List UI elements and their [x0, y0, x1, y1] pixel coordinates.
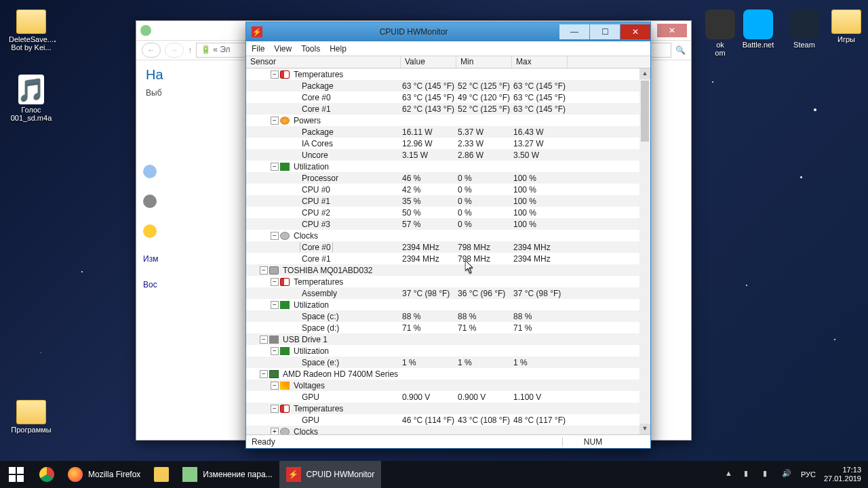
- tree-row[interactable]: CPU #357 %0 %100 %: [246, 218, 650, 230]
- menu-help[interactable]: Help: [330, 44, 347, 54]
- bgwin-side-item[interactable]: [136, 216, 258, 246]
- tray-up-icon[interactable]: ▲: [725, 469, 736, 480]
- tree-row[interactable]: Space (e:)1 %1 %1 %: [246, 357, 650, 368]
- temp-icon: [280, 70, 290, 79]
- globe-icon: [143, 195, 157, 208]
- expand-toggle[interactable]: −: [260, 266, 268, 274]
- bgwin-close-button[interactable]: ✕: [657, 24, 687, 37]
- search-icon[interactable]: 🔍: [675, 45, 686, 55]
- taskbar-item-firefox[interactable]: Mozilla Firefox: [61, 461, 147, 488]
- tray-network-icon[interactable]: ▮: [763, 469, 774, 480]
- taskbar-item-hw[interactable]: ⚡CPUID HWMonitor: [279, 461, 382, 488]
- bgwin-side-item[interactable]: [136, 186, 258, 216]
- tray-volume-icon[interactable]: 🔊: [782, 469, 793, 480]
- tree-row[interactable]: Package63 °C (145 °F)52 °C (125 °F)63 °C…: [246, 80, 650, 92]
- taskbar-chrome[interactable]: [33, 461, 61, 488]
- tree-row[interactable]: CPU #135 %0 %100 %: [246, 195, 650, 207]
- tree-row[interactable]: Core #12394 MHz798 MHz2394 MHz: [246, 253, 650, 264]
- col-value[interactable]: Value: [401, 56, 456, 68]
- scroll-down-button[interactable]: ▼: [639, 424, 650, 434]
- tree-group-powers[interactable]: −Powers: [246, 115, 650, 126]
- tree-row[interactable]: GPU46 °C (114 °F)43 °C (108 °F)48 °C (11…: [246, 414, 650, 426]
- cell-v: 3.15 W: [401, 150, 456, 160]
- menu-file[interactable]: File: [252, 44, 264, 54]
- sensor-tree[interactable]: −TemperaturesPackage63 °C (145 °F)52 °C …: [246, 68, 650, 434]
- bgwin-side-item[interactable]: Изм: [136, 246, 258, 272]
- tree-group-amd-radeon-hd-7400m-series[interactable]: −AMD Radeon HD 7400M Series: [246, 368, 650, 380]
- row-label: Voltages: [292, 381, 326, 390]
- expand-toggle[interactable]: −: [271, 382, 279, 390]
- tree-row[interactable]: Core #02394 MHz798 MHz2394 MHz: [246, 241, 650, 253]
- start-button[interactable]: [0, 461, 33, 488]
- expand-toggle[interactable]: −: [260, 336, 268, 344]
- expand-toggle[interactable]: −: [271, 232, 279, 240]
- menu-tools[interactable]: Tools: [301, 44, 320, 54]
- tree-row[interactable]: Processor46 %0 %100 %: [246, 172, 650, 184]
- scroll-thumb[interactable]: [641, 81, 649, 142]
- cell-v: 62 °C (143 °F): [401, 104, 456, 114]
- nav-back-button[interactable]: ←: [142, 43, 161, 58]
- tree-group-voltages[interactable]: −Voltages: [246, 380, 650, 391]
- tree-row[interactable]: Core #162 °C (143 °F)52 °C (125 °F)63 °C…: [246, 103, 650, 115]
- menu-view[interactable]: View: [274, 44, 292, 54]
- tray-language[interactable]: РУС: [801, 470, 816, 479]
- expand-toggle[interactable]: +: [271, 428, 279, 435]
- cell-mn: 798 MHz: [456, 254, 512, 264]
- scroll-up-button[interactable]: ▲: [639, 68, 650, 79]
- tree-row[interactable]: Core #063 °C (145 °F)49 °C (120 °F)63 °C…: [246, 92, 650, 103]
- expand-toggle[interactable]: −: [271, 163, 279, 171]
- expand-toggle[interactable]: −: [271, 278, 279, 286]
- desktop-icon[interactable]: Программы: [5, 400, 57, 434]
- col-min[interactable]: Min: [456, 56, 512, 68]
- minimize-button[interactable]: —: [559, 24, 589, 39]
- taskbar-item-control[interactable]: Изменение пара...: [176, 461, 279, 488]
- disk-icon: [269, 266, 279, 274]
- row-label: Package: [300, 81, 335, 91]
- col-max[interactable]: Max: [512, 56, 568, 68]
- nav-forward-button[interactable]: →: [165, 43, 184, 58]
- tree-group-temperatures[interactable]: −Temperatures: [246, 403, 650, 414]
- desktop-icon[interactable]: DeleteSave... Bot by Kei...: [5, 9, 57, 52]
- expand-toggle[interactable]: −: [271, 347, 279, 355]
- cell-mn: 2.86 W: [456, 150, 512, 160]
- bgwin-side-item[interactable]: Вос: [136, 272, 258, 298]
- nav-up-button[interactable]: ↑: [188, 45, 192, 55]
- tree-group-utilization[interactable]: −Utilization: [246, 161, 650, 172]
- vertical-scrollbar[interactable]: ▲ ▼: [639, 68, 650, 434]
- tree-row[interactable]: Package16.11 W5.37 W16.43 W: [246, 126, 650, 138]
- folder-icon: [16, 400, 46, 424]
- tree-row[interactable]: GPU0.900 V0.900 V1.100 V: [246, 391, 650, 403]
- desktop-icon[interactable]: 🎵Голос 001_sd.m4a: [5, 75, 57, 122]
- bgwin-side-label: Вос: [143, 280, 157, 289]
- tree-row[interactable]: Space (d:)71 %71 %71 %: [246, 322, 650, 333]
- tree-row[interactable]: IA Cores12.96 W2.33 W13.27 W: [246, 138, 650, 149]
- expand-toggle[interactable]: −: [271, 301, 279, 309]
- tree-group-temperatures[interactable]: −Temperatures: [246, 68, 650, 80]
- tree-row[interactable]: Assembly37 °C (98 °F)36 °C (96 °F)37 °C …: [246, 287, 650, 299]
- tree-row[interactable]: CPU #042 %0 %100 %: [246, 184, 650, 195]
- tree-group-utilization[interactable]: −Utilization: [246, 345, 650, 357]
- tree-row[interactable]: Space (c:)88 %88 %88 %: [246, 310, 650, 322]
- desktop-icon[interactable]: Battle.net: [732, 9, 784, 49]
- expand-toggle[interactable]: −: [271, 405, 279, 413]
- bgwin-side-item[interactable]: [136, 157, 258, 186]
- taskbar-item-explorer[interactable]: [147, 461, 176, 488]
- tree-group-clocks[interactable]: +Clocks: [246, 426, 650, 434]
- expand-toggle[interactable]: −: [271, 117, 279, 125]
- col-sensor[interactable]: Sensor: [246, 56, 401, 68]
- maximize-button[interactable]: ☐: [590, 24, 620, 39]
- expand-toggle[interactable]: −: [260, 370, 268, 378]
- desktop-icon[interactable]: Игры: [821, 9, 868, 43]
- tray-battery-icon[interactable]: ▮: [744, 469, 755, 480]
- expand-toggle[interactable]: −: [271, 70, 279, 79]
- tree-group-clocks[interactable]: −Clocks: [246, 230, 650, 241]
- tree-group-temperatures[interactable]: −Temperatures: [246, 276, 650, 287]
- tree-row[interactable]: CPU #250 %0 %100 %: [246, 207, 650, 218]
- tree-row[interactable]: Uncore3.15 W2.86 W3.50 W: [246, 149, 650, 161]
- close-button[interactable]: ✕: [620, 24, 650, 39]
- hwmonitor-titlebar[interactable]: ⚡ CPUID HWMonitor — ☐ ✕: [246, 22, 650, 41]
- tray-clock[interactable]: 17:13 27.01.2019: [824, 466, 861, 483]
- tree-group-toshiba-mq01abd032[interactable]: −TOSHIBA MQ01ABD032: [246, 264, 650, 276]
- tree-group-utilization[interactable]: −Utilization: [246, 299, 650, 310]
- tree-group-usb-drive-1[interactable]: −USB Drive 1: [246, 333, 650, 345]
